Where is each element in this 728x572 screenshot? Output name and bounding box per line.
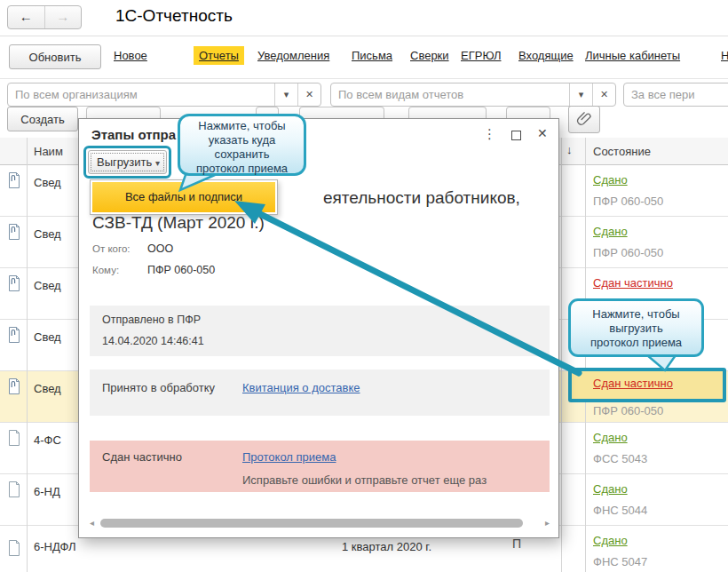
refresh-button[interactable]: Обновить [9,44,101,69]
status-link-partial[interactable]: Сдан частично [593,377,673,390]
forward-button[interactable]: → [45,6,82,28]
menu-item-all-files[interactable]: Все файлы и подписи [92,182,275,212]
dialog-more-button[interactable]: ⋮ [483,126,496,142]
table-row-name[interactable]: Свед [34,176,61,189]
save-protocol-callout: Нажмите, чтобы указать куда сохранить пр… [178,114,306,176]
status-link[interactable]: Сдано [593,225,628,238]
document-attachment-icon [7,326,21,344]
toolbar-button-partial[interactable] [86,107,161,118]
document-attachment-icon [7,274,21,292]
from-label: От кого: [92,243,131,254]
organizations-filter-dropdown-button[interactable]: ▾ [274,83,297,106]
export-button-label: Выгрузить [97,155,152,169]
status-dept: ФСС 5043 [593,452,647,465]
chevron-down-icon: ▾ [579,89,584,100]
scroll-left-icon[interactable]: ◂ [90,518,94,528]
chevron-down-icon: ▾ [155,158,160,168]
status-link[interactable]: Сдано [593,482,628,496]
partial-label: Сдан частично [102,450,182,464]
organizations-filter[interactable]: По всем организациям ▾ ✕ [7,83,321,107]
partial-note: Исправьте ошибки и отправьте отчет еще р… [242,473,487,487]
dialog-title: Этапы отпра [91,127,176,142]
status-dept: ФНС 5047 [593,555,647,568]
document-attachment-icon [7,223,21,241]
status-link[interactable]: Сдан частично [593,276,673,290]
tab-partial[interactable]: Н [721,49,728,62]
clear-icon: ✕ [600,89,608,100]
clear-icon: ✕ [305,89,313,100]
highlighted-status-cell[interactable]: Сдан частично [568,368,726,402]
scroll-right-icon[interactable]: ▸ [545,518,550,528]
table-row-name[interactable]: Свед [34,227,61,241]
kebab-menu-icon: ⋮ [483,126,496,141]
tab-lichnye-kabinety[interactable]: Личные кабинеты [585,49,680,62]
export-button[interactable]: Выгрузить ▾ [88,150,167,174]
callout-line: сохранить [180,147,304,162]
acceptance-protocol-link[interactable]: Протокол приема [242,450,336,464]
status-dept: ФНС 5044 [593,504,647,517]
tab-novoe[interactable]: Новое [114,49,147,62]
export-dropdown-menu: Все файлы и подписи [90,179,278,215]
callout-line: протокол приема [180,162,304,176]
organizations-filter-clear-button[interactable]: ✕ [297,83,320,106]
dialog-maximize-button[interactable] [511,131,521,140]
document-attachment-icon [7,377,21,395]
back-button[interactable]: ← [8,6,45,28]
column-header-state[interactable]: Состояние [593,145,651,158]
report-types-filter-dropdown-button[interactable]: ▾ [569,83,592,106]
table-row-name[interactable]: 6-НД [34,485,60,498]
send-stages-dialog: Этапы отпра ⋮ ✕ Выгрузить ▾ Все файлы и … [78,118,559,538]
callout-line: протокол приема [571,336,701,350]
chevron-down-icon: ▾ [284,89,289,100]
toolbar-button-partial[interactable] [299,107,384,118]
table-row-name[interactable]: Свед [34,382,61,395]
tab-sverki[interactable]: Сверки [410,49,449,62]
tab-uvedomleniya[interactable]: Уведомления [257,49,329,62]
table-row-name[interactable]: Свед [34,279,61,292]
toolbar-button-partial[interactable] [408,107,487,118]
report-types-filter-placeholder: По всем видам отчетов [331,83,569,106]
table-row-name[interactable]: Свед [34,330,61,344]
tab-vkhodyashchie[interactable]: Входящие [518,49,574,62]
callout-line: Нажмите, чтобы [571,307,701,322]
callout-line: Нажмите, чтобы [180,119,304,133]
toolbar-button-partial[interactable] [506,107,550,118]
create-button[interactable]: Создать [7,107,78,131]
to-label: Кому: [92,265,119,275]
forward-icon: → [56,9,69,24]
delivery-receipt-link[interactable]: Квитанция о доставке [242,381,360,394]
document-attachment-icon [7,171,21,189]
tab-pisma[interactable]: Письма [352,49,392,62]
dialog-close-button[interactable]: ✕ [537,126,548,140]
callout-line: указать куда [180,133,304,147]
table-row-name[interactable]: 6-НДФЛ [34,540,75,553]
tab-egrul[interactable]: ЕГРЮЛ [461,49,501,62]
column-header-name[interactable]: Наим [34,145,63,158]
status-link[interactable]: Сдано [593,173,628,187]
accepted-section: Принято в обработку Квитанция о доставке [90,369,550,416]
status-dept: ПФР 060-050 [593,404,663,417]
table-row-period[interactable]: 1 квартал 2020 г. [342,540,431,553]
document-icon [7,481,21,498]
sent-section: Отправлено в ПФР 14.04.2020 14:46:41 [90,306,550,356]
page-title: 1С-Отчетность [115,6,233,26]
from-value: ООО [147,242,173,255]
sort-descending-icon[interactable]: ↓ [566,143,573,156]
history-nav-group: ← → [7,5,82,29]
tab-otchety[interactable]: Отчеты [194,46,244,65]
paperclip-icon [575,110,593,130]
report-types-filter-clear-button[interactable]: ✕ [592,83,615,106]
document-icon [7,539,21,557]
scrollbar-thumb[interactable] [100,519,523,528]
status-link[interactable]: Сдано [593,431,628,444]
back-icon: ← [20,9,33,24]
report-title-line1: еятельности работников, [323,188,520,208]
report-title-line2: СЗВ-ТД (Март 2020 г.) [92,213,265,233]
report-types-filter[interactable]: По всем видам отчетов ▾ ✕ [330,83,616,107]
period-filter[interactable]: За все пери [623,83,728,107]
status-link[interactable]: Сдано [593,534,628,547]
attachments-button[interactable] [568,106,600,133]
dialog-hscrollbar[interactable]: ◂ ▸ [90,517,550,529]
table-row-name[interactable]: 4-ФС [34,433,61,447]
to-value: ПФР 060-050 [147,264,215,276]
